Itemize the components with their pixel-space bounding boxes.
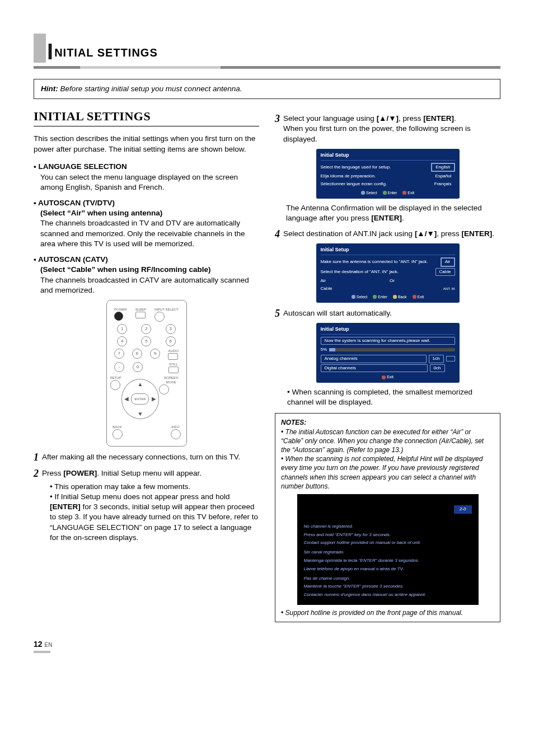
num-1: 1 (117, 324, 127, 334)
option-air: Air (441, 257, 455, 266)
arrow-right-icon: ▶ (152, 396, 156, 403)
num-4: 4 (117, 336, 127, 346)
autoscan-tv-sub: (Select “Air” when using antenna) (40, 208, 259, 218)
option-cable: Cable (435, 268, 455, 276)
num-7: 7 (114, 349, 124, 359)
sleep-button-icon (135, 312, 146, 318)
scan-done: When scanning is completed, the smallest… (287, 387, 500, 407)
progress-bar (329, 348, 335, 351)
step-5-text: Autoscan will start automatically. (283, 308, 392, 318)
hint-text: Before starting initial setup you must c… (60, 84, 242, 93)
hint-box: Hint: Before starting initial setup you … (34, 79, 500, 99)
step-2-a: Press (42, 469, 63, 477)
arrow-up-icon: ▲ (138, 381, 143, 388)
step-3-desc: When you first turn on the power, the fo… (283, 124, 471, 143)
autoscan-catv-head: • AUTOSCAN (CATV) (34, 255, 259, 265)
right-column: 3 Select your language using [▲/▼], pres… (275, 108, 500, 622)
info-label: INFO (171, 425, 181, 429)
osd-language: Initial Setup Select the language used f… (316, 149, 460, 199)
setup-label: SETUP (110, 375, 121, 380)
input-button-icon (154, 312, 165, 322)
autoscan-tv-head: • AUTOSCAN (TV/DTV) (34, 198, 259, 208)
step-5: 5 Autoscan will start automatically. (275, 308, 500, 318)
power-button-icon (114, 312, 123, 321)
num-dash: - (114, 362, 124, 372)
scan-pct: 5% (321, 347, 327, 353)
num-6: 6 (166, 336, 176, 346)
autoscan-catv-body: The channels broadcasted in CATV are aut… (40, 275, 259, 295)
autoscan-catv-sub: (Select “Cable” when using RF/Incoming c… (40, 265, 259, 275)
title-underline (34, 66, 500, 69)
section-title: I NITIAL SETTINGS (34, 34, 500, 63)
arrow-down-icon: ▼ (138, 410, 143, 418)
left-column: INITIAL SETTINGS This section describes … (34, 108, 259, 622)
osd-autoscan: Initial Setup Now the system is scanning… (316, 323, 460, 383)
option-english: English (431, 163, 455, 172)
step-2-power: [POWER] (63, 469, 97, 477)
back-label: BACK (113, 425, 123, 429)
title-initial: I (47, 40, 53, 63)
osd-exit: Exit (402, 190, 414, 195)
power-label: POWER (114, 307, 127, 312)
autoscan-tv-body: The channels broadcasted in TV and DTV a… (40, 218, 259, 249)
step-5-num: 5 (275, 308, 280, 318)
screen-label: SCREEN MODE (159, 375, 182, 384)
tv-icon (446, 356, 455, 361)
osd-select: Select (361, 190, 377, 195)
step-1-num: 1 (34, 452, 39, 462)
num-2: 2 (141, 324, 151, 334)
sleep-label: SLEEP (135, 307, 146, 312)
osd-helpful-hint: 2-0 No channel is registered. Press and … (297, 494, 479, 605)
num-9: 9 (150, 349, 160, 359)
step-3: 3 Select your language using [▲/▼], pres… (275, 114, 500, 144)
page-number: 12 EN (34, 639, 500, 653)
osd-enter: Enter (383, 190, 397, 195)
num-0: 0 (133, 362, 143, 372)
lang-sel-head: • LANGUAGE SELECTION (34, 162, 259, 172)
step-2-b: . Initial Setup menu will appear. (97, 469, 202, 477)
num-8: 8 (132, 349, 142, 359)
screen-button-icon (159, 384, 169, 395)
remote-illustration: POWER SLEEP INPUT SELECT 123 456 789 (106, 300, 187, 447)
step-3-after: The Antenna Confirmation will be display… (286, 203, 500, 223)
osd-title: Initial Setup (321, 152, 455, 161)
hint-label: Hint: (41, 84, 58, 93)
step-4-num: 4 (275, 229, 280, 239)
step-1-text: After making all the necessary connectio… (42, 452, 240, 462)
info-button-icon (171, 429, 181, 439)
input-label: INPUT SELECT (154, 307, 179, 312)
section-heading: INITIAL SETTINGS (34, 108, 259, 126)
setup-button-icon (110, 380, 120, 390)
page-num-accent (34, 651, 50, 653)
title-accent (34, 34, 46, 63)
lang-sel-body: You can select the menu language display… (40, 172, 259, 192)
osd-antenna: Initial Setup Make sure the antenna is c… (316, 243, 460, 302)
arrow-left-icon: ◀ (124, 396, 129, 403)
notes-head: NOTES: (281, 418, 494, 427)
step-1: 1 After making all the necessary connect… (34, 452, 259, 462)
step-4: 4 Select destination of ANT.IN jack usin… (275, 229, 500, 239)
option-french: Français (431, 181, 455, 187)
intro-text: This section describes the initial setti… (34, 134, 259, 154)
num-5: 5 (141, 336, 151, 346)
note-3: Support hotline is provided on the front… (285, 609, 463, 617)
note-2: When the scanning is not completed, Help… (281, 455, 483, 490)
option-spanish: Español (432, 173, 455, 180)
channel-badge: 2-0 (454, 505, 472, 514)
notes-box: NOTES: • The initial Autoscan function c… (275, 413, 500, 622)
back-button-icon (113, 429, 123, 439)
enter-button-icon: ENTER (131, 393, 149, 405)
note-1: The initial Autoscan function can be exe… (281, 428, 484, 454)
still-label: STILL (168, 362, 179, 367)
num-3: 3 (166, 324, 176, 334)
title-text: NITIAL SETTINGS (54, 45, 158, 63)
dpad: ▲ ▼ ◀ ▶ ENTER (121, 379, 160, 419)
step-2-num: 2 (34, 468, 39, 547)
audio-button-icon (168, 353, 178, 360)
still-button-icon (168, 367, 179, 373)
audio-label: AUDIO (168, 349, 179, 353)
step-3-num: 3 (275, 114, 280, 144)
step-2-bullet-2: If Initial Setup menu does not appear pr… (50, 492, 259, 543)
step-2: 2 Press [POWER]. Initial Setup menu will… (34, 468, 259, 547)
step-2-bullet-1: This operation may take a few moments. (50, 482, 259, 492)
